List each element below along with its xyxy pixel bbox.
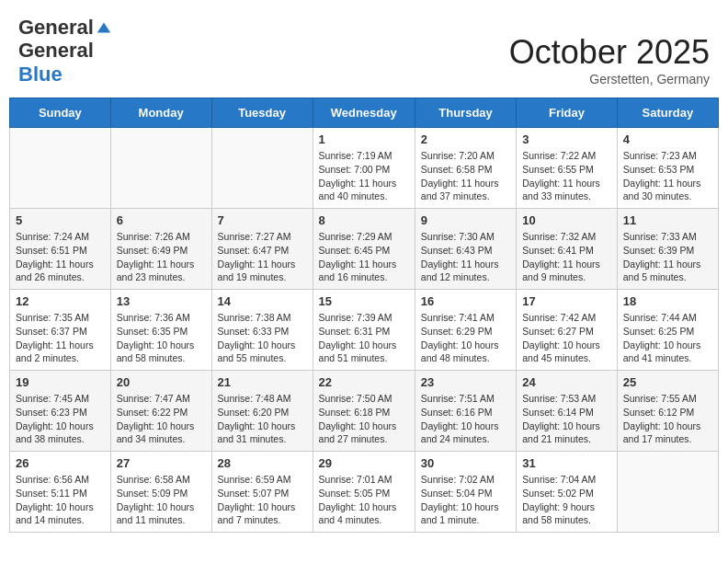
- calendar-cell: 25Sunrise: 7:55 AM Sunset: 6:12 PM Dayli…: [617, 371, 718, 452]
- calendar-cell: 19Sunrise: 7:45 AM Sunset: 6:23 PM Dayli…: [10, 371, 111, 452]
- calendar-cell: 28Sunrise: 6:59 AM Sunset: 5:07 PM Dayli…: [211, 452, 313, 533]
- calendar-cell: 11Sunrise: 7:33 AM Sunset: 6:39 PM Dayli…: [617, 209, 718, 290]
- day-info: Sunrise: 7:51 AM Sunset: 6:16 PM Dayligh…: [421, 392, 510, 446]
- day-number: 4: [623, 132, 712, 146]
- day-info: Sunrise: 7:29 AM Sunset: 6:45 PM Dayligh…: [319, 230, 409, 284]
- day-info: Sunrise: 7:20 AM Sunset: 6:58 PM Dayligh…: [421, 149, 510, 203]
- day-number: 11: [623, 213, 712, 227]
- calendar-cell: 20Sunrise: 7:47 AM Sunset: 6:22 PM Dayli…: [110, 371, 211, 452]
- day-info: Sunrise: 7:24 AM Sunset: 6:51 PM Dayligh…: [16, 230, 105, 284]
- day-info: Sunrise: 7:04 AM Sunset: 5:02 PM Dayligh…: [522, 473, 610, 527]
- calendar-cell: [617, 452, 718, 533]
- calendar-week-row: 1Sunrise: 7:19 AM Sunset: 7:00 PM Daylig…: [10, 128, 719, 209]
- calendar-cell: [211, 128, 313, 209]
- weekday-header-tuesday: Tuesday: [211, 98, 313, 128]
- day-info: Sunrise: 7:38 AM Sunset: 6:33 PM Dayligh…: [218, 311, 307, 365]
- svg-marker-0: [97, 23, 110, 33]
- calendar-cell: 29Sunrise: 7:01 AM Sunset: 5:05 PM Dayli…: [313, 452, 415, 533]
- day-number: 23: [421, 375, 510, 389]
- day-info: Sunrise: 7:22 AM Sunset: 6:55 PM Dayligh…: [522, 149, 610, 203]
- calendar-cell: 8Sunrise: 7:29 AM Sunset: 6:45 PM Daylig…: [313, 209, 415, 290]
- calendar-cell: 17Sunrise: 7:42 AM Sunset: 6:27 PM Dayli…: [517, 290, 617, 371]
- calendar-week-row: 19Sunrise: 7:45 AM Sunset: 6:23 PM Dayli…: [10, 371, 719, 452]
- day-info: Sunrise: 7:45 AM Sunset: 6:23 PM Dayligh…: [16, 392, 105, 446]
- logo-general-text: General: [18, 17, 94, 39]
- calendar-cell: 5Sunrise: 7:24 AM Sunset: 6:51 PM Daylig…: [10, 209, 111, 290]
- month-title: October 2025: [509, 33, 710, 72]
- day-number: 15: [319, 294, 409, 308]
- day-number: 9: [421, 213, 510, 227]
- day-number: 7: [218, 213, 307, 227]
- calendar-cell: 23Sunrise: 7:51 AM Sunset: 6:16 PM Dayli…: [415, 371, 516, 452]
- day-number: 25: [623, 375, 712, 389]
- calendar-table: SundayMondayTuesdayWednesdayThursdayFrid…: [9, 98, 719, 533]
- weekday-header-sunday: Sunday: [10, 98, 111, 128]
- calendar-cell: 9Sunrise: 7:30 AM Sunset: 6:43 PM Daylig…: [415, 209, 516, 290]
- calendar-cell: 18Sunrise: 7:44 AM Sunset: 6:25 PM Dayli…: [617, 290, 718, 371]
- day-info: Sunrise: 7:23 AM Sunset: 6:53 PM Dayligh…: [623, 149, 712, 203]
- calendar-week-row: 26Sunrise: 6:56 AM Sunset: 5:11 PM Dayli…: [10, 452, 719, 533]
- day-number: 16: [421, 294, 510, 308]
- day-number: 5: [16, 213, 105, 227]
- day-number: 31: [522, 456, 610, 470]
- day-info: Sunrise: 6:59 AM Sunset: 5:07 PM Dayligh…: [218, 473, 307, 527]
- calendar-cell: 2Sunrise: 7:20 AM Sunset: 6:58 PM Daylig…: [415, 128, 516, 209]
- day-number: 24: [522, 375, 610, 389]
- calendar-week-row: 5Sunrise: 7:24 AM Sunset: 6:51 PM Daylig…: [10, 209, 719, 290]
- calendar-cell: 6Sunrise: 7:26 AM Sunset: 6:49 PM Daylig…: [110, 209, 211, 290]
- calendar-week-row: 12Sunrise: 7:35 AM Sunset: 6:37 PM Dayli…: [10, 290, 719, 371]
- calendar-cell: 21Sunrise: 7:48 AM Sunset: 6:20 PM Dayli…: [211, 371, 313, 452]
- day-number: 2: [421, 132, 510, 146]
- calendar-cell: 14Sunrise: 7:38 AM Sunset: 6:33 PM Dayli…: [211, 290, 313, 371]
- calendar-cell: 30Sunrise: 7:02 AM Sunset: 5:04 PM Dayli…: [415, 452, 516, 533]
- logo-icon: [96, 19, 112, 36]
- weekday-header-wednesday: Wednesday: [313, 98, 415, 128]
- logo-general-part: General: [18, 39, 94, 63]
- day-info: Sunrise: 6:56 AM Sunset: 5:11 PM Dayligh…: [16, 473, 105, 527]
- day-number: 8: [319, 213, 409, 227]
- day-info: Sunrise: 7:41 AM Sunset: 6:29 PM Dayligh…: [421, 311, 510, 365]
- calendar-cell: 24Sunrise: 7:53 AM Sunset: 6:14 PM Dayli…: [517, 371, 617, 452]
- day-number: 17: [522, 294, 610, 308]
- day-info: Sunrise: 7:01 AM Sunset: 5:05 PM Dayligh…: [319, 473, 409, 527]
- day-info: Sunrise: 7:02 AM Sunset: 5:04 PM Dayligh…: [421, 473, 510, 527]
- logo: General General Blue: [18, 17, 112, 86]
- calendar-cell: 31Sunrise: 7:04 AM Sunset: 5:02 PM Dayli…: [517, 452, 617, 533]
- day-number: 21: [218, 375, 307, 389]
- calendar-cell: 27Sunrise: 6:58 AM Sunset: 5:09 PM Dayli…: [110, 452, 211, 533]
- weekday-header-row: SundayMondayTuesdayWednesdayThursdayFrid…: [10, 98, 719, 128]
- calendar-cell: 1Sunrise: 7:19 AM Sunset: 7:00 PM Daylig…: [313, 128, 415, 209]
- calendar-cell: [110, 128, 211, 209]
- weekday-header-saturday: Saturday: [617, 98, 718, 128]
- day-number: 12: [16, 294, 105, 308]
- calendar-cell: 4Sunrise: 7:23 AM Sunset: 6:53 PM Daylig…: [617, 128, 718, 209]
- weekday-header-friday: Friday: [517, 98, 617, 128]
- day-info: Sunrise: 7:27 AM Sunset: 6:47 PM Dayligh…: [218, 230, 307, 284]
- calendar-cell: 12Sunrise: 7:35 AM Sunset: 6:37 PM Dayli…: [10, 290, 111, 371]
- day-number: 30: [421, 456, 510, 470]
- calendar-cell: 16Sunrise: 7:41 AM Sunset: 6:29 PM Dayli…: [415, 290, 516, 371]
- day-number: 19: [16, 375, 105, 389]
- calendar-cell: 26Sunrise: 6:56 AM Sunset: 5:11 PM Dayli…: [10, 452, 111, 533]
- calendar-cell: [10, 128, 111, 209]
- day-info: Sunrise: 7:32 AM Sunset: 6:41 PM Dayligh…: [522, 230, 610, 284]
- day-number: 22: [319, 375, 409, 389]
- day-info: Sunrise: 7:36 AM Sunset: 6:35 PM Dayligh…: [117, 311, 206, 365]
- day-number: 6: [117, 213, 206, 227]
- day-number: 26: [16, 456, 105, 470]
- calendar-cell: 13Sunrise: 7:36 AM Sunset: 6:35 PM Dayli…: [110, 290, 211, 371]
- day-info: Sunrise: 6:58 AM Sunset: 5:09 PM Dayligh…: [117, 473, 206, 527]
- day-info: Sunrise: 7:42 AM Sunset: 6:27 PM Dayligh…: [522, 311, 610, 365]
- day-info: Sunrise: 7:48 AM Sunset: 6:20 PM Dayligh…: [218, 392, 307, 446]
- page-header: General General Blue October 2025 Gerste…: [9, 9, 719, 90]
- day-number: 29: [319, 456, 409, 470]
- calendar-cell: 10Sunrise: 7:32 AM Sunset: 6:41 PM Dayli…: [517, 209, 617, 290]
- day-info: Sunrise: 7:26 AM Sunset: 6:49 PM Dayligh…: [117, 230, 206, 284]
- calendar-cell: 7Sunrise: 7:27 AM Sunset: 6:47 PM Daylig…: [211, 209, 313, 290]
- logo-blue-part: Blue: [18, 63, 63, 86]
- day-number: 28: [218, 456, 307, 470]
- calendar-cell: 22Sunrise: 7:50 AM Sunset: 6:18 PM Dayli…: [313, 371, 415, 452]
- day-number: 14: [218, 294, 307, 308]
- calendar-cell: 15Sunrise: 7:39 AM Sunset: 6:31 PM Dayli…: [313, 290, 415, 371]
- weekday-header-monday: Monday: [110, 98, 211, 128]
